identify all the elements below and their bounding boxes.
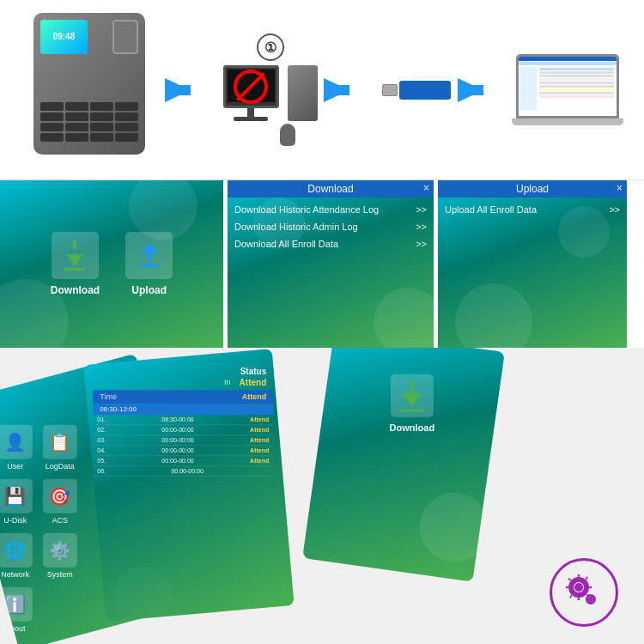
table-row: 04. 00:00-00:00 Attend: [93, 446, 273, 456]
row-time: 08:30-00:00: [161, 416, 193, 422]
download-menu-item[interactable]: Download: [51, 232, 100, 296]
acs-icon: 🎯: [43, 479, 77, 513]
svg-point-0: [574, 583, 583, 592]
laptop-screen-inner: [519, 57, 617, 116]
row-time: 00:00-00:00: [161, 437, 193, 443]
card3-download: Download: [335, 374, 489, 433]
row-time: 00:00-00:00: [161, 427, 193, 433]
status-header: Status: [240, 367, 267, 376]
arrow-right-1: [165, 78, 216, 102]
download-item-1-arrow: >>: [416, 204, 427, 215]
download-item-2-arrow: >>: [416, 222, 427, 232]
table-row: 05. 00:00-00:00 Attend: [93, 456, 273, 466]
step-number: ①: [257, 33, 284, 61]
arrow-right-3: [458, 78, 509, 102]
row-num: 04.: [97, 447, 106, 453]
download-item-3-arrow: >>: [416, 239, 427, 249]
mouse: [280, 124, 295, 146]
system-label: System: [47, 570, 73, 579]
arrow-2-container: [324, 78, 375, 102]
logdata-icon: 📋: [43, 425, 77, 459]
gear-circle: [550, 558, 618, 627]
row-num: 06.: [97, 468, 106, 474]
card2-col-header: Time Attend: [93, 390, 273, 404]
computer-tower-group: [223, 65, 318, 121]
table-row: 03. 00:00-00:00 Attend: [93, 435, 273, 446]
udisk-item[interactable]: 💾 U-Disk: [0, 479, 33, 525]
row-time: 00:00-00:00: [161, 458, 193, 464]
upload-item-1[interactable]: Upload All Enroll Data >>: [438, 197, 627, 215]
svg-point-1: [588, 597, 593, 602]
download-popup-close[interactable]: ×: [423, 182, 429, 194]
upload-popup-close[interactable]: ×: [617, 182, 623, 194]
network-item[interactable]: 🌐 Network: [0, 533, 33, 579]
download-item-3[interactable]: Download All Enroll Data >>: [228, 232, 434, 249]
download-item-1[interactable]: Download Historic Attendance Log >>: [228, 197, 434, 215]
gear-svg-icon: [565, 574, 603, 611]
card2-top-row: 08:30-12:00: [93, 404, 273, 415]
upload-label: Upload: [131, 284, 167, 296]
upload-icon: [134, 240, 165, 271]
card2-status-row: Status: [93, 365, 273, 378]
in-header: In: [224, 378, 231, 387]
download-item-2[interactable]: Download Historic Admin Log >>: [228, 215, 434, 232]
monitor-base: [234, 117, 268, 121]
upload-popup-titlebar: Upload ×: [438, 180, 627, 197]
logdata-item[interactable]: 📋 LogData: [43, 425, 77, 471]
download-item-1-label: Download Historic Attendance Log: [234, 204, 379, 215]
upload-menu-item[interactable]: Upload: [125, 232, 173, 296]
udisk-label: U-Disk: [3, 516, 27, 525]
system-item[interactable]: ⚙️ System: [43, 533, 77, 579]
tilted-card-attendance: Status In Attend Time Attend 08:30-12:00…: [83, 349, 294, 622]
usb-connector: [382, 84, 398, 96]
fingerprint-sensor: [112, 20, 138, 54]
arrow-3-container: [458, 78, 509, 102]
acs-item[interactable]: 🎯 ACS: [43, 479, 77, 525]
fingerprint-device: 09:48: [21, 13, 158, 167]
download-popup-titlebar: Download ×: [228, 180, 434, 197]
tilted-card-download: Download: [302, 348, 505, 582]
step-1-group: ①: [223, 33, 318, 146]
row-status: Attend: [250, 458, 269, 464]
upload-item-1-label: Upload All Enroll Data: [445, 204, 537, 215]
network-label: Network: [1, 570, 29, 579]
logdata-label: LogData: [46, 462, 75, 471]
row-num: 03.: [97, 437, 106, 443]
usb-group: [382, 81, 451, 100]
device-keypad: [40, 102, 138, 142]
download-icon-box: [52, 232, 99, 279]
row-num: 02.: [97, 427, 106, 433]
row-time: 00:00-00:00: [171, 468, 203, 474]
row-status: Attend: [250, 447, 269, 453]
gear-container[interactable]: [550, 558, 618, 627]
user-icon: 👤: [0, 425, 33, 459]
attend-header: Attend: [240, 378, 267, 387]
tower-pc: [288, 65, 318, 121]
row-status: Attend: [250, 416, 269, 422]
table-row: 02. 00:00-00:00 Attend: [93, 425, 273, 435]
card2-in-row: In Attend: [93, 378, 273, 390]
middle-section: Download Upload Download × Download Hist…: [0, 180, 644, 348]
device-screen: 09:48: [40, 20, 88, 54]
table-row: 06. 00:00-00:00: [93, 466, 273, 477]
top-section: 09:48 ①: [0, 0, 644, 180]
row-num: 01.: [97, 416, 106, 422]
card3-inner: Download: [326, 348, 498, 450]
usb-body: [399, 81, 451, 100]
time-header: Time: [100, 392, 117, 401]
attend-col: Attend: [242, 392, 267, 401]
about-item[interactable]: ℹ️ About: [0, 587, 33, 633]
row-num: 05.: [97, 458, 106, 464]
download-icon-large: [391, 374, 434, 417]
download-item-3-label: Download All Enroll Data: [234, 239, 338, 249]
table-row: 01. 08:30-00:00 Attend: [93, 415, 273, 425]
device-menu-panel: Download Upload: [0, 180, 223, 348]
network-icon: 🌐: [0, 533, 33, 568]
user-label: User: [7, 462, 23, 471]
user-item[interactable]: 👤 User: [0, 425, 33, 471]
download-item-2-label: Download Historic Admin Log: [234, 222, 358, 232]
row-time: 00:00-00:00: [161, 447, 193, 453]
download-popup: Download × Download Historic Attendance …: [228, 180, 434, 348]
monitor-stand: [247, 108, 254, 117]
bottom-section: 👤 User 📋 LogData 💾 U-Disk 🎯 ACS: [0, 348, 644, 644]
